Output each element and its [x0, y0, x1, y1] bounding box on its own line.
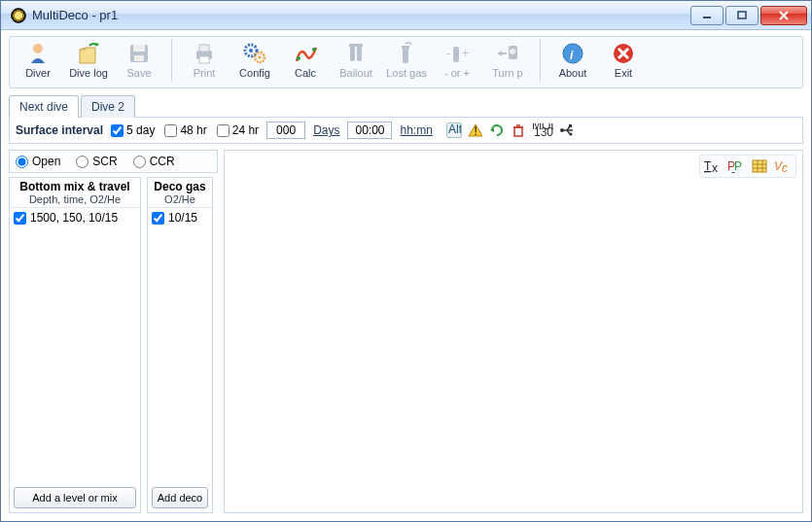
toolbar-calc-button[interactable]: Calc — [281, 39, 330, 86]
app-icon — [11, 8, 26, 23]
svg-rect-23 — [453, 47, 459, 62]
content-pane: Tx PP Vc — [224, 150, 803, 513]
surface-5day-checkbox[interactable]: 5 day — [111, 123, 155, 137]
surface-24hr-checkbox[interactable]: 24 hr — [217, 123, 259, 137]
time-input[interactable]: 00:00 — [347, 122, 392, 139]
divelog-icon — [75, 41, 102, 66]
list-item[interactable]: 1500, 150, 10/15 — [14, 211, 136, 225]
surface-48hr-checkbox[interactable]: 48 hr — [164, 123, 206, 137]
lostgas-icon — [393, 41, 420, 66]
window-title: MultiDeco - pr1 — [32, 8, 688, 22]
svg-rect-22 — [402, 46, 409, 49]
right-tool-palette: Tx PP Vc — [699, 155, 796, 178]
days-label: Days — [313, 123, 339, 137]
svg-rect-8 — [134, 55, 144, 61]
toolbar-print-button: Print — [180, 39, 229, 86]
mod-icon[interactable]: MOD130 — [532, 122, 553, 138]
deco-gas-panel: Deco gasO2/He 10/15 Add deco — [147, 177, 213, 513]
about-icon: i — [559, 41, 586, 66]
toolbar-config-button[interactable]: Config — [230, 39, 279, 86]
tab-strip: Next diveDive 2 — [9, 95, 803, 118]
surface-mini-icons: Alt ! MOD130 — [446, 122, 575, 138]
svg-text:Alt: Alt — [448, 124, 461, 136]
config-icon — [241, 41, 268, 66]
svg-point-13 — [249, 49, 253, 52]
pp-tool-icon[interactable]: PP — [727, 158, 745, 174]
toolbar-bailout-button: Bailout — [332, 39, 380, 86]
svg-point-17 — [312, 48, 316, 52]
svg-text:P: P — [734, 159, 742, 173]
toolbar-save-button: Save — [115, 39, 163, 86]
maximize-button[interactable] — [725, 6, 759, 25]
toolbar-lostgas-button: Lost gas — [382, 39, 431, 86]
turnp-icon — [494, 41, 521, 66]
calc-icon — [292, 41, 319, 66]
svg-rect-11 — [199, 56, 209, 63]
svg-text:T: T — [704, 159, 712, 173]
svg-text:!: ! — [474, 124, 477, 137]
svg-rect-39 — [514, 127, 522, 136]
bottom-mix-panel: Bottom mix & travelDepth, time, O2/He 15… — [9, 177, 141, 513]
surface-interval-row: Surface interval 5 day48 hr24 hr 000 Day… — [9, 117, 803, 144]
warning-icon[interactable]: ! — [468, 122, 483, 138]
toolbar-exit-button[interactable]: Exit — [599, 39, 648, 86]
deco-title: Deco gas — [148, 180, 212, 193]
tx-tool-icon[interactable]: Tx — [704, 158, 722, 174]
save-icon — [125, 41, 153, 66]
toolbar-turnp-button: Turn p — [483, 39, 532, 86]
list-item[interactable]: 10/15 — [152, 211, 208, 225]
client-area: DiverDive logSavePrintConfigCalcBailoutL… — [1, 30, 811, 521]
svg-text:-: - — [446, 47, 450, 60]
deco-gas-list[interactable]: 10/15 — [148, 207, 212, 483]
tab-next-dive[interactable]: Next dive — [9, 95, 79, 118]
svg-rect-21 — [403, 48, 408, 63]
toolbar-diver-button[interactable]: Diver — [14, 39, 62, 86]
svg-rect-18 — [350, 46, 355, 61]
surface-interval-label: Surface interval — [16, 123, 103, 137]
usb-icon[interactable] — [559, 122, 575, 138]
app-window: MultiDeco - pr1 DiverDive logSavePrintCo… — [0, 0, 812, 522]
minusplus-icon: -+ — [443, 41, 471, 66]
svg-rect-47 — [569, 124, 572, 127]
svg-rect-7 — [133, 45, 145, 52]
toolbar-about-button[interactable]: iAbout — [548, 39, 597, 86]
svg-rect-20 — [349, 44, 363, 47]
circuit-mode-row: OpenSCRCCR — [9, 150, 218, 173]
svg-point-16 — [297, 56, 300, 60]
svg-text:c: c — [782, 161, 788, 173]
mode-ccr-radio[interactable]: CCR — [133, 155, 175, 168]
minimize-button[interactable] — [690, 6, 724, 25]
alt-icon[interactable]: Alt — [446, 122, 462, 138]
svg-marker-28 — [498, 51, 502, 56]
print-icon — [191, 41, 218, 66]
svg-point-49 — [569, 133, 572, 136]
bailout-icon — [342, 41, 370, 66]
svg-rect-55 — [753, 160, 766, 172]
svg-text:130: 130 — [534, 125, 553, 137]
bottom-title: Bottom mix & travel — [10, 180, 140, 193]
svg-rect-1 — [738, 12, 746, 18]
tab-dive-2[interactable]: Dive 2 — [81, 95, 135, 118]
grid-tool-icon[interactable] — [751, 158, 768, 174]
days-input[interactable]: 000 — [266, 122, 305, 139]
mode-scr-radio[interactable]: SCR — [76, 155, 117, 168]
toolbar: DiverDive logSavePrintConfigCalcBailoutL… — [9, 36, 803, 88]
left-column: OpenSCRCCR Bottom mix & travelDepth, tim… — [9, 150, 218, 513]
bottom-subtitle: Depth, time, O2/He — [10, 193, 140, 205]
svg-text:x: x — [712, 161, 718, 173]
svg-point-4 — [33, 44, 43, 53]
vc-tool-icon[interactable]: Vc — [774, 158, 792, 174]
delete-icon[interactable] — [511, 122, 526, 138]
svg-point-15 — [258, 55, 261, 58]
title-bar[interactable]: MultiDeco - pr1 — [1, 1, 811, 30]
add-level-button[interactable]: Add a level or mix — [14, 487, 136, 508]
mode-open-radio[interactable]: Open — [16, 155, 60, 168]
recycle-icon[interactable] — [489, 122, 505, 138]
exit-icon — [610, 41, 637, 66]
svg-rect-19 — [357, 46, 362, 61]
add-deco-button[interactable]: Add deco — [152, 487, 208, 508]
toolbar-divelog-button[interactable]: Dive log — [64, 39, 113, 86]
close-button[interactable] — [760, 6, 807, 25]
svg-text:+: + — [462, 47, 469, 60]
bottom-mix-list[interactable]: 1500, 150, 10/15 — [10, 207, 140, 483]
